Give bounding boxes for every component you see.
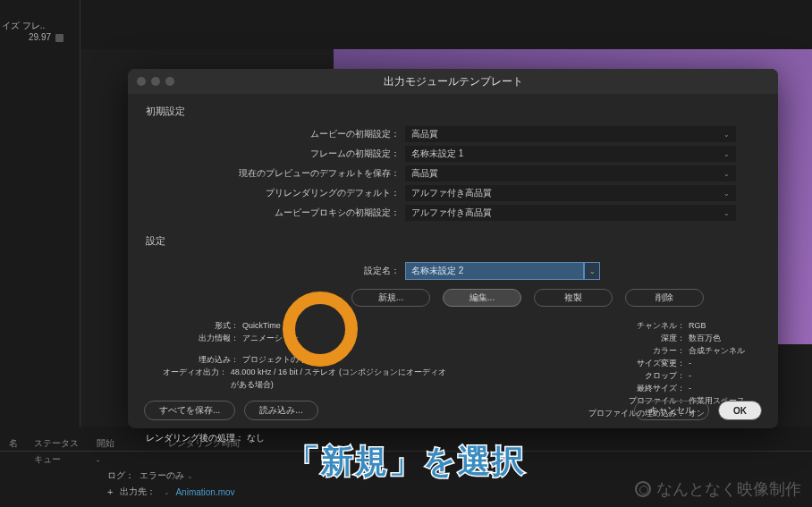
cancel-button[interactable]: キャンセル (634, 401, 709, 420)
movie-default-label: ムービーの初期設定： (128, 128, 405, 140)
settings-name-dropdown-icon[interactable]: ⌄ (584, 262, 600, 280)
proxy-label: ムービープロキシの初期設定： (128, 207, 405, 219)
dialog-titlebar: 出力モジュールテンプレート (128, 69, 778, 94)
new-button[interactable]: 新規... (351, 289, 430, 307)
delete-button[interactable]: 削除 (625, 289, 704, 307)
settings-name-input[interactable]: 名称未設定 2 (405, 262, 584, 280)
queue-output-row: + 出力先： ⌄ Animation.mov (0, 484, 812, 500)
frame-default-select[interactable]: 名称未設定 1⌄ (405, 146, 736, 162)
settings-name-label: 設定名： (128, 265, 405, 277)
load-button[interactable]: 読み込み... (244, 401, 317, 420)
defaults-section-title: 初期設定 (128, 94, 778, 125)
add-output-icon[interactable]: + (107, 486, 113, 497)
proxy-select[interactable]: アルファ付き高品質⌄ (405, 205, 736, 221)
ok-button[interactable]: OK (718, 401, 762, 420)
window-controls[interactable] (137, 77, 174, 86)
dialog-footer: すべてを保存... 読み込み... キャンセル OK (128, 393, 778, 428)
top-bar (0, 0, 812, 49)
edit-button[interactable]: 編集... (443, 289, 521, 307)
preview-save-select[interactable]: 高品質⌄ (405, 165, 736, 182)
output-file-link[interactable]: Animation.mov (175, 487, 234, 497)
frame-default-label: フレームの初期設定： (128, 148, 405, 160)
settings-section-title: 設定 (128, 224, 778, 255)
movie-default-select[interactable]: 高品質⌄ (405, 126, 736, 142)
queue-item-row[interactable]: キュー - (0, 452, 812, 468)
duplicate-button[interactable]: 複製 (534, 289, 613, 307)
queue-log-row: ログ： エラーのみ⌄ (0, 468, 812, 484)
prerender-select[interactable]: アルファ付き高品質⌄ (405, 185, 736, 201)
log-label: ログ： (107, 469, 134, 482)
queue-col-name: 名 (0, 437, 25, 450)
save-all-button[interactable]: すべてを保存... (144, 401, 235, 420)
output-module-template-dialog: 出力モジュールテンプレート 初期設定 ムービーの初期設定：高品質⌄ フレームの初… (128, 69, 778, 428)
fps-indicator: 29.97 (29, 32, 63, 42)
panel-tab: イズ フレ.. (2, 20, 45, 32)
preview-save-label: 現在のプレビューのデフォルトを保存： (128, 167, 405, 180)
dialog-title: 出力モジュールテンプレート (384, 74, 523, 89)
output-label: 出力先： (120, 486, 156, 498)
fps-icon (55, 34, 63, 42)
prerender-label: プリレンダリングのデフォルト： (128, 187, 405, 199)
queue-col-status: ステータス (25, 437, 88, 450)
log-dropdown[interactable]: エラーのみ⌄ (140, 469, 193, 482)
